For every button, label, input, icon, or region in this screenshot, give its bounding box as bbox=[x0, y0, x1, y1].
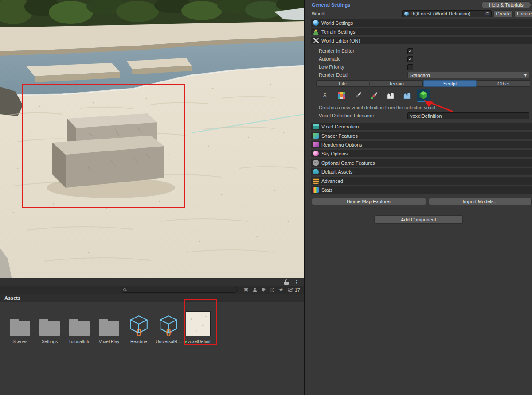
section-advanced[interactable]: Advanced bbox=[311, 177, 532, 185]
help-tutorials-button[interactable]: Help & Tutorials bbox=[481, 1, 531, 8]
asset-label: Scenes bbox=[12, 339, 27, 344]
paint-voxel-tool-button[interactable] bbox=[368, 89, 381, 102]
asset-item-voxel-play[interactable]: Voxel Play bbox=[95, 304, 123, 344]
advanced-icon bbox=[313, 178, 319, 184]
asset-item-tutorialinfo[interactable]: TutorialInfo bbox=[65, 304, 94, 344]
model-blue-tool-button[interactable] bbox=[400, 89, 414, 102]
asset-tiles: Scenes Settings TutorialInfo Voxel Play … bbox=[6, 304, 212, 344]
brush-icon bbox=[353, 91, 363, 100]
create-button[interactable]: Create bbox=[493, 10, 513, 17]
object-picker-icon[interactable]: ⊙ bbox=[485, 11, 489, 17]
folder-icon bbox=[99, 321, 119, 336]
render-detail-dropdown[interactable]: Standard ▾ bbox=[407, 72, 529, 78]
section-shader-features[interactable]: Shader Features bbox=[311, 132, 532, 139]
hidden-count[interactable]: 17 bbox=[288, 287, 300, 293]
folder-icon bbox=[39, 321, 60, 336]
project-panel-header: ⋮ bbox=[0, 278, 304, 286]
voxel-filename-input[interactable]: voxelDefinition bbox=[407, 112, 529, 119]
stats-icon bbox=[313, 187, 319, 193]
inspector-panel: General Settings Help & Tutorials World … bbox=[304, 0, 532, 395]
hidden-count-value: 17 bbox=[295, 287, 300, 293]
section-label: Shader Features bbox=[321, 133, 358, 139]
render-in-editor-checkbox[interactable]: ✓ bbox=[407, 48, 413, 54]
section-label: Advanced bbox=[321, 178, 343, 184]
section-label: Default Assets bbox=[321, 169, 352, 174]
add-component-button[interactable]: Add Component bbox=[374, 215, 463, 224]
section-label: Stats bbox=[321, 187, 332, 193]
scene-view[interactable] bbox=[0, 0, 304, 278]
building-white-icon bbox=[386, 91, 395, 100]
asset-label: UniversalR... bbox=[156, 339, 181, 344]
tab-other[interactable]: Other bbox=[477, 80, 530, 87]
model-white-tool-button[interactable] bbox=[384, 89, 397, 102]
world-object-field[interactable]: HQForest (World Definition) ⊙ bbox=[402, 10, 492, 17]
check-icon: ✓ bbox=[408, 57, 412, 62]
asset-item-universalr[interactable]: {} UniversalR... bbox=[154, 304, 183, 344]
default-assets-icon bbox=[313, 169, 319, 174]
asset-item-scenes[interactable]: Scenes bbox=[6, 304, 34, 344]
terrain-settings-icon bbox=[313, 29, 319, 35]
section-voxel-generation[interactable]: Voxel Generation bbox=[311, 122, 532, 130]
assets-breadcrumb-bar: Assets bbox=[0, 294, 304, 302]
locate-button[interactable]: Locate bbox=[514, 10, 532, 17]
world-object-value: HQForest (World Definition) bbox=[411, 11, 484, 16]
voxel-paint-tool-button[interactable] bbox=[335, 89, 348, 102]
tab-file[interactable]: File bbox=[316, 80, 369, 87]
tool-help-text: Creates a new voxel definition from the … bbox=[319, 105, 437, 110]
section-label: Rendering Options bbox=[321, 142, 362, 147]
unity-editor-window: ⋮ ▣ i ★ 17 Assets Scenes Settings bbox=[0, 0, 532, 395]
section-world-editor[interactable]: World Editor (ON) bbox=[311, 36, 532, 44]
sky-options-icon bbox=[313, 151, 319, 156]
section-world-settings[interactable]: World Settings bbox=[311, 19, 532, 27]
asset-item-readme[interactable]: {} Readme bbox=[125, 304, 153, 344]
low-priority-checkbox[interactable] bbox=[407, 64, 413, 70]
section-label: World Settings bbox=[321, 20, 353, 26]
section-label: Voxel Generation bbox=[321, 124, 359, 129]
label-tag-icon[interactable] bbox=[262, 288, 266, 292]
search-input[interactable] bbox=[121, 287, 238, 293]
editor-tabs: File Terrain Sculpt Other bbox=[316, 80, 530, 87]
world-settings-icon bbox=[313, 20, 319, 26]
import-models-button[interactable]: Import Models... bbox=[429, 198, 532, 205]
biome-map-explorer-button[interactable]: Biome Map Explorer bbox=[312, 198, 426, 205]
voxel-filename-label: Voxel Definition Filename bbox=[319, 113, 374, 118]
dropdown-value: Standard bbox=[410, 73, 430, 78]
asset-item-settings[interactable]: Settings bbox=[35, 304, 64, 344]
search-icon bbox=[123, 288, 126, 291]
section-rendering-options[interactable]: Rendering Options bbox=[311, 140, 532, 148]
page-title: General Settings bbox=[312, 2, 350, 8]
breadcrumb[interactable]: Assets bbox=[4, 295, 20, 301]
optional-game-features-icon bbox=[313, 160, 319, 166]
tab-terrain[interactable]: Terrain bbox=[370, 80, 423, 87]
automatic-checkbox[interactable]: ✓ bbox=[407, 56, 413, 62]
render-in-editor-label: Render In Editor bbox=[319, 48, 354, 54]
section-optional-game-features[interactable]: Optional Game Features bbox=[311, 159, 532, 167]
lock-icon[interactable] bbox=[284, 282, 289, 285]
brush-tool-button[interactable] bbox=[351, 89, 364, 102]
asset-label: Settings bbox=[42, 339, 58, 344]
asset-label: Readme bbox=[130, 339, 147, 344]
annotation-rectangle-scene bbox=[22, 84, 185, 208]
svg-text:{}: {} bbox=[136, 328, 142, 336]
favorites-star-icon[interactable]: ★ bbox=[279, 287, 283, 292]
folder-icon bbox=[69, 321, 90, 336]
chevron-down-icon: ▾ bbox=[524, 72, 527, 78]
section-stats[interactable]: Stats bbox=[311, 186, 532, 194]
render-detail-label: Render Detail bbox=[319, 72, 348, 77]
open-panel-icon[interactable]: ▣ bbox=[243, 287, 248, 292]
section-sky-options[interactable]: Sky Options bbox=[311, 149, 532, 157]
clear-selection-button[interactable]: X bbox=[323, 92, 326, 97]
svg-text:{}: {} bbox=[166, 328, 172, 336]
world-label: World bbox=[312, 11, 325, 16]
section-default-assets[interactable]: Default Assets bbox=[311, 167, 532, 175]
eye-hidden-icon bbox=[288, 288, 293, 292]
automatic-label: Automatic bbox=[319, 56, 340, 62]
info-icon[interactable]: i bbox=[270, 288, 274, 292]
low-priority-label: Low Priority bbox=[319, 64, 344, 70]
voxel-paint-icon bbox=[337, 91, 346, 100]
world-definition-icon bbox=[404, 12, 409, 16]
kebab-menu-icon[interactable]: ⋮ bbox=[294, 279, 299, 285]
tab-sculpt[interactable]: Sculpt bbox=[423, 80, 477, 87]
collab-user-icon[interactable] bbox=[253, 288, 257, 292]
section-terrain-settings[interactable]: Terrain Settings bbox=[311, 27, 532, 35]
